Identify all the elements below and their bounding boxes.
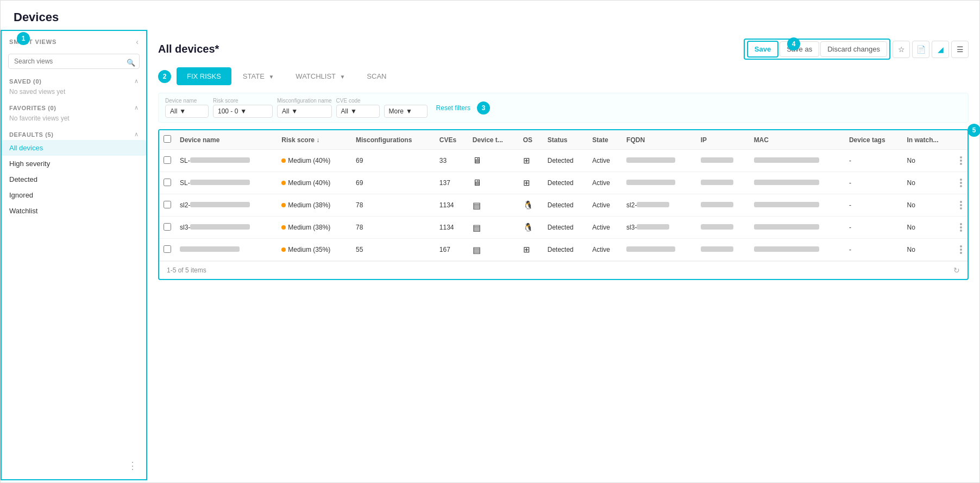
sidebar-collapse-icon[interactable]: ‹ [136,37,139,46]
favorites-section-header[interactable]: FAVORITES (0) ∧ [9,104,139,111]
os-icon: ⊞ [523,245,530,254]
sidebar-item-ignored[interactable]: Ignored [2,187,146,203]
pagination-label: 1-5 of 5 items [167,266,206,274]
os-icon: 🐧 [523,223,533,232]
row-checkbox-1[interactable] [164,179,171,186]
cell-ip [696,239,750,261]
cell-device-type: ▤ [468,239,519,261]
sidebar-item-detected[interactable]: Detected [2,171,146,187]
col-device-name[interactable]: Device name [175,130,277,150]
cell-misconfigurations: 55 [351,239,435,261]
mac-redacted-bar [754,246,819,252]
device-type-icon: 🖥 [473,178,481,187]
col-state[interactable]: State [588,130,622,150]
cell-device-type: 🖥 [468,150,519,172]
os-icon: ⊞ [523,156,530,165]
device-name-chevron-icon: ▼ [179,107,186,115]
sidebar-item-high-severity[interactable]: High severity [2,156,146,171]
table-footer: 1-5 of 5 items ↻ [159,261,968,279]
cell-device-tags: - [845,172,903,194]
row-more-button[interactable] [959,176,963,189]
cell-row-actions [954,194,968,217]
cell-device-type: ▤ [468,217,519,239]
col-device-tags[interactable]: Device tags [845,130,903,150]
cell-fqdn: sl3- [622,217,696,239]
tab-watchlist[interactable]: WATCHLIST ▼ [285,67,355,85]
cell-risk-score: Medium (38%) [277,194,351,217]
mac-redacted-bar [754,224,819,230]
cell-ip [696,150,750,172]
table-row: sl3-Medium (38%)781134▤🐧DetectedActivesl… [159,217,968,239]
sidebar-item-watchlist[interactable]: Watchlist [2,203,146,219]
device-name-select[interactable]: All ▼ [165,105,209,118]
cell-risk-score: Medium (35%) [277,239,351,261]
tab-state[interactable]: STATE ▼ [233,67,285,85]
defaults-chevron-icon: ∧ [134,131,139,138]
cell-mac [750,172,845,194]
row-checkbox-0[interactable] [164,156,171,164]
row-checkbox-3[interactable] [164,223,171,231]
export-button[interactable]: 📄 [912,41,929,58]
discard-button[interactable]: Discard changes [820,41,887,57]
cell-mac [750,217,845,239]
devices-table: Device name Risk score ↓ Misconfiguratio… [159,130,968,261]
device-name-label: Device name [165,98,209,104]
misconfig-name-select[interactable]: All ▼ [277,105,332,118]
filter-button[interactable]: ◢ [932,41,949,58]
columns-button[interactable]: ☰ [951,41,969,58]
col-cves[interactable]: CVEs [435,130,468,150]
defaults-section-header[interactable]: DEFAULTS (5) ∧ [9,131,139,138]
sidebar-item-all-devices[interactable]: All devices [2,140,146,156]
row-more-button[interactable] [959,199,963,212]
redacted-name-bar [190,202,250,207]
fqdn-redacted-bar [637,224,669,230]
misconfig-name-chevron-icon: ▼ [291,107,298,115]
row-checkbox-4[interactable] [164,245,171,253]
row-more-button[interactable] [959,154,963,167]
more-filter-select[interactable]: More ▼ [384,105,428,118]
cell-row-actions [954,150,968,172]
annotation-1: 1 [17,32,30,45]
risk-score-label: Risk score [213,98,273,104]
col-mac[interactable]: MAC [750,130,845,150]
cell-device-tags: - [845,217,903,239]
fqdn-redacted-bar [626,180,675,185]
risk-score-select[interactable]: 100 - 0 ▼ [213,105,273,118]
select-all-checkbox[interactable] [164,135,171,143]
reset-filters-button[interactable]: Reset filters [436,104,470,112]
filters-row: Device name All ▼ Risk score 100 - 0 ▼ M… [158,93,969,123]
saved-section-header[interactable]: SAVED (0) ∧ [9,78,139,85]
refresh-icon[interactable]: ↻ [953,266,960,275]
tab-scan[interactable]: SCAN [356,67,397,85]
col-misconfigurations[interactable]: Misconfigurations [351,130,435,150]
cell-device-name: sl2- [175,194,277,217]
col-os[interactable]: OS [519,130,543,150]
save-button[interactable]: Save [747,41,778,58]
cell-device-tags: - [845,239,903,261]
col-status[interactable]: Status [543,130,588,150]
sidebar-more-icon[interactable]: ⋮ [128,460,139,472]
misconfig-name-filter: Misconfiguration name All ▼ [277,98,332,118]
search-views-input[interactable] [8,54,140,69]
tab-fix-risks[interactable]: FIX RISKS [177,67,231,85]
row-more-button[interactable] [959,221,963,234]
star-button[interactable]: ☆ [893,41,910,58]
cell-device-type: 🖥 [468,172,519,194]
device-name-text: SL- [180,179,190,187]
col-ip[interactable]: IP [696,130,750,150]
col-fqdn[interactable]: FQDN [622,130,696,150]
cell-os: 🐧 [519,194,543,217]
sidebar: SMART VIEWS ‹ 🔍 SAVED (0) ∧ No saved vie… [1,30,147,480]
cve-code-select[interactable]: All ▼ [336,105,380,118]
col-risk-score[interactable]: Risk score ↓ [277,130,351,150]
favorites-chevron-icon: ∧ [134,104,139,111]
row-checkbox-2[interactable] [164,201,171,208]
col-watchlist[interactable]: In watch... [903,130,955,150]
table-header-row: Device name Risk score ↓ Misconfiguratio… [159,130,968,150]
cell-ip [696,217,750,239]
favorites-section-title: FAVORITES (0) [9,105,56,111]
col-device-type[interactable]: Device t... [468,130,519,150]
filter-tabs-row: 2 FIX RISKS STATE ▼ WATCHLIST ▼ SCAN [158,67,969,85]
cell-cves: 167 [435,239,468,261]
row-more-button[interactable] [959,243,963,256]
